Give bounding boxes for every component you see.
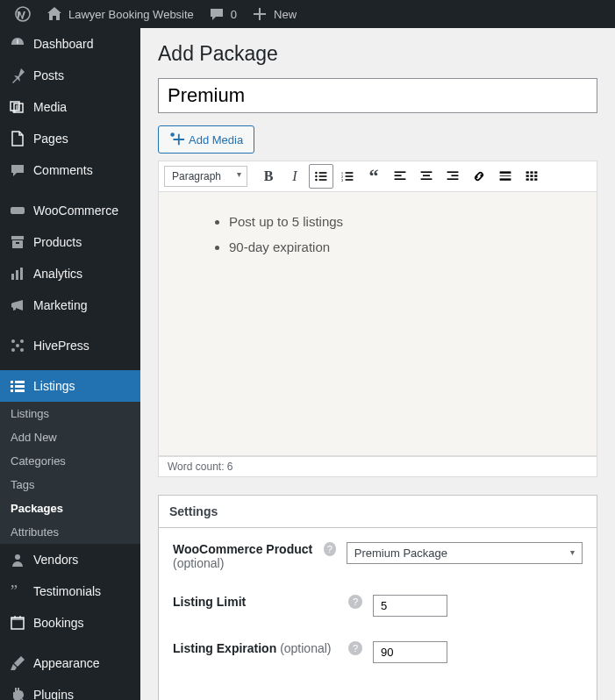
readmore-button[interactable]: [493, 164, 518, 189]
svg-rect-33: [319, 175, 327, 177]
align-right-button[interactable]: [440, 164, 465, 189]
svg-rect-8: [16, 270, 18, 280]
align-center-button[interactable]: [414, 164, 439, 189]
sidebar-item-label: Comments: [33, 163, 93, 177]
help-icon[interactable]: ?: [348, 641, 362, 655]
quote-icon: ”: [9, 582, 26, 600]
numbered-list-button[interactable]: 123: [335, 164, 360, 189]
submenu-item-add-new[interactable]: Add New: [0, 425, 140, 449]
svg-rect-3: [11, 207, 25, 214]
svg-rect-4: [11, 236, 24, 239]
sidebar-item-plugins[interactable]: Plugins: [0, 679, 140, 700]
readmore-icon: [498, 169, 512, 183]
svg-point-11: [20, 339, 24, 343]
svg-rect-60: [526, 178, 529, 180]
new-menu[interactable]: New: [244, 0, 304, 28]
media-icon: [9, 98, 26, 116]
sidebar-item-label: HivePress: [33, 339, 89, 353]
sidebar-item-label: Pages: [33, 132, 68, 146]
media-icon: [169, 132, 185, 147]
sidebar-item-analytics[interactable]: Analytics: [0, 258, 140, 289]
pin-icon: [9, 67, 26, 84]
svg-point-30: [315, 172, 317, 174]
submenu-item-attributes[interactable]: Attributes: [0, 520, 140, 544]
svg-point-34: [315, 179, 317, 181]
sidebar-item-appearance[interactable]: Appearance: [0, 647, 140, 679]
editor-container: Paragraph B I 123 “ Post up to 5 listing…: [158, 161, 597, 456]
hive-icon: [9, 337, 26, 354]
svg-rect-47: [421, 178, 433, 180]
link-button[interactable]: [467, 164, 491, 189]
new-label: New: [274, 8, 297, 21]
svg-rect-37: [346, 172, 354, 174]
setting-label: Listing Limit: [173, 595, 348, 609]
submenu-item-packages[interactable]: Packages: [0, 496, 140, 520]
svg-rect-53: [500, 178, 511, 180]
align-right-icon: [446, 169, 460, 183]
svg-rect-45: [421, 171, 433, 173]
submenu-item-tags[interactable]: Tags: [0, 473, 140, 496]
sidebar-item-products[interactable]: Products: [0, 226, 140, 258]
sidebar-item-woocommerce[interactable]: WooCommerce: [0, 195, 140, 226]
admin-topbar: Lawyer Booking Website 0 New: [0, 0, 615, 28]
kitchen-sink-icon: [525, 169, 539, 183]
svg-rect-50: [447, 178, 459, 180]
svg-rect-61: [530, 178, 533, 180]
setting-input[interactable]: [373, 641, 447, 663]
submenu-item-categories[interactable]: Categories: [0, 449, 140, 473]
quote-button[interactable]: “: [361, 164, 386, 189]
ul-icon: [314, 169, 328, 183]
svg-point-2: [12, 110, 16, 113]
comments-link[interactable]: 0: [201, 0, 244, 28]
calendar-icon: [9, 614, 26, 632]
svg-rect-54: [526, 171, 529, 173]
svg-point-32: [315, 175, 317, 177]
sidebar-item-marketing[interactable]: Marketing: [0, 289, 140, 321]
site-link[interactable]: Lawyer Booking Website: [39, 0, 201, 28]
svg-rect-56: [534, 171, 537, 173]
align-center-icon: [419, 169, 433, 183]
svg-rect-26: [19, 616, 21, 618]
sidebar-item-vendors[interactable]: Vendors: [0, 544, 140, 575]
sidebar-item-comments[interactable]: Comments: [0, 154, 140, 186]
bold-button[interactable]: B: [256, 164, 281, 189]
setting-row-listing-limit: Listing Limit?: [173, 595, 583, 617]
svg-rect-31: [319, 172, 327, 174]
kitchen-sink-button[interactable]: [519, 164, 544, 189]
sidebar-item-hivepress[interactable]: HivePress: [0, 330, 140, 361]
package-title-input[interactable]: [158, 78, 597, 113]
svg-rect-59: [534, 175, 537, 176]
sidebar-item-dashboard[interactable]: Dashboard: [0, 28, 140, 60]
sidebar-item-pages[interactable]: Pages: [0, 123, 140, 154]
svg-rect-43: [395, 175, 402, 176]
bullet-list-button[interactable]: [309, 164, 333, 189]
svg-rect-39: [346, 175, 354, 177]
editor-list-item: Post up to 5 listings: [229, 210, 544, 235]
add-media-button[interactable]: Add Media: [158, 125, 254, 154]
svg-rect-62: [534, 178, 537, 180]
italic-button[interactable]: I: [282, 164, 307, 189]
main-content: Add Package Add Media Paragraph B I 123 …: [140, 28, 615, 700]
editor-body[interactable]: Post up to 5 listings90-day expiration: [159, 192, 597, 455]
sidebar-item-media[interactable]: Media: [0, 91, 140, 123]
sidebar-item-bookings[interactable]: Bookings: [0, 607, 140, 639]
svg-point-10: [11, 339, 15, 343]
sidebar-item-label: Posts: [33, 68, 64, 82]
sidebar-item-posts[interactable]: Posts: [0, 60, 140, 91]
svg-rect-51: [500, 171, 511, 173]
setting-select[interactable]: Premium Package: [347, 542, 583, 564]
align-left-button[interactable]: [388, 164, 412, 189]
svg-rect-41: [346, 179, 354, 181]
setting-input[interactable]: [373, 595, 447, 617]
megaphone-icon: [9, 296, 26, 314]
svg-rect-5: [12, 240, 23, 248]
sidebar-item-testimonials[interactable]: ”Testimonials: [0, 575, 140, 607]
svg-rect-20: [15, 389, 25, 392]
help-icon[interactable]: ?: [348, 595, 362, 609]
svg-rect-16: [15, 381, 25, 383]
submenu-item-listings[interactable]: Listings: [0, 402, 140, 425]
sidebar-item-listings[interactable]: Listings: [0, 370, 140, 402]
wp-logo-menu[interactable]: [7, 0, 39, 28]
help-icon[interactable]: ?: [324, 542, 336, 556]
format-dropdown[interactable]: Paragraph: [164, 166, 247, 187]
